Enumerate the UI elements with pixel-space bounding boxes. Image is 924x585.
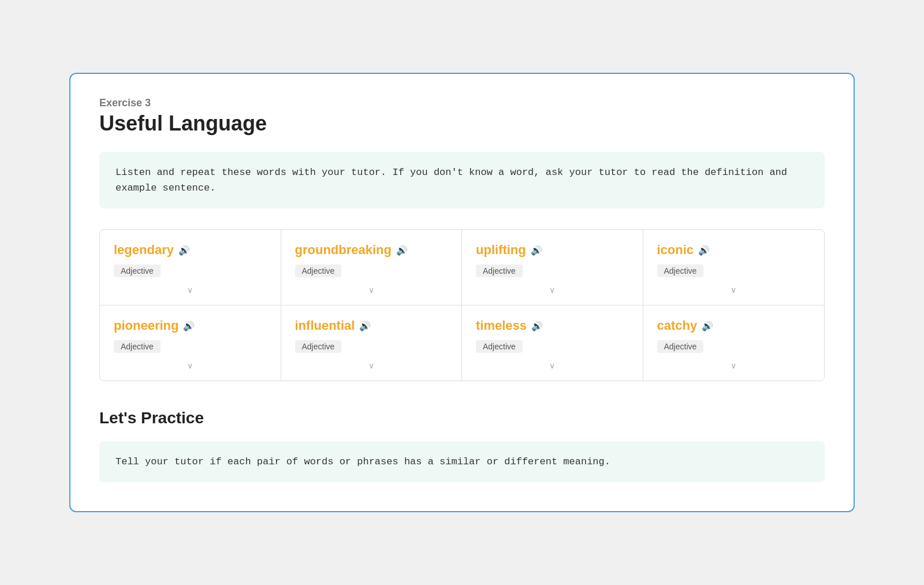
chevron-catchy[interactable]: ∨ xyxy=(657,361,811,370)
speaker-icon-pioneering[interactable]: 🔊 xyxy=(183,321,195,331)
tag-pioneering: Adjective xyxy=(114,340,161,353)
word-line-catchy: catchy 🔊 xyxy=(657,318,811,333)
exercise-title: Useful Language xyxy=(99,111,825,136)
vocab-row-2: pioneering 🔊 Adjective ∨ influential 🔊 A… xyxy=(100,305,824,381)
speaker-icon-timeless[interactable]: 🔊 xyxy=(531,321,543,331)
practice-title: Let's Practice xyxy=(99,409,825,427)
word-line-influential: influential 🔊 xyxy=(295,318,448,333)
word-uplifting: uplifting xyxy=(476,243,526,258)
speaker-icon-iconic[interactable]: 🔊 xyxy=(698,245,710,256)
vocab-cell-iconic: iconic 🔊 Adjective ∨ xyxy=(643,230,825,305)
tag-legendary: Adjective xyxy=(114,264,161,277)
word-line-timeless: timeless 🔊 xyxy=(476,318,629,333)
tag-influential: Adjective xyxy=(295,340,342,353)
vocab-cell-groundbreaking: groundbreaking 🔊 Adjective ∨ xyxy=(281,230,463,305)
word-line-groundbreaking: groundbreaking 🔊 xyxy=(295,243,448,258)
tag-iconic: Adjective xyxy=(657,264,704,277)
vocab-cell-timeless: timeless 🔊 Adjective ∨ xyxy=(462,305,643,381)
chevron-pioneering[interactable]: ∨ xyxy=(114,361,267,370)
speaker-icon-uplifting[interactable]: 🔊 xyxy=(531,245,542,256)
tag-timeless: Adjective xyxy=(476,340,523,353)
word-line-pioneering: pioneering 🔊 xyxy=(114,318,267,333)
word-line-iconic: iconic 🔊 xyxy=(657,243,811,258)
vocab-cell-catchy: catchy 🔊 Adjective ∨ xyxy=(643,305,825,381)
tag-groundbreaking: Adjective xyxy=(295,264,342,277)
main-container: Exercise 3 Useful Language Listen and re… xyxy=(69,73,855,513)
speaker-icon-groundbreaking[interactable]: 🔊 xyxy=(396,245,408,256)
chevron-iconic[interactable]: ∨ xyxy=(657,285,811,295)
word-catchy: catchy xyxy=(657,318,698,333)
chevron-influential[interactable]: ∨ xyxy=(295,361,448,370)
word-influential: influential xyxy=(295,318,355,333)
exercise-label: Exercise 3 xyxy=(99,97,825,109)
speaker-icon-catchy[interactable]: 🔊 xyxy=(702,321,713,331)
practice-instruction-box: Tell your tutor if each pair of words or… xyxy=(99,441,825,482)
speaker-icon-legendary[interactable]: 🔊 xyxy=(178,245,190,256)
speaker-icon-influential[interactable]: 🔊 xyxy=(359,321,371,331)
tag-catchy: Adjective xyxy=(657,340,704,353)
vocabulary-grid: legendary 🔊 Adjective ∨ groundbreaking 🔊… xyxy=(99,229,825,381)
practice-instruction-text: Tell your tutor if each pair of words or… xyxy=(116,454,808,470)
chevron-uplifting[interactable]: ∨ xyxy=(476,285,629,295)
vocab-row-1: legendary 🔊 Adjective ∨ groundbreaking 🔊… xyxy=(100,230,824,305)
chevron-groundbreaking[interactable]: ∨ xyxy=(295,285,448,295)
word-timeless: timeless xyxy=(476,318,527,333)
word-pioneering: pioneering xyxy=(114,318,178,333)
word-line-legendary: legendary 🔊 xyxy=(114,243,267,258)
chevron-legendary[interactable]: ∨ xyxy=(114,285,267,295)
vocab-cell-legendary: legendary 🔊 Adjective ∨ xyxy=(100,230,281,305)
instruction-box: Listen and repeat these words with your … xyxy=(99,152,825,208)
vocab-cell-influential: influential 🔊 Adjective ∨ xyxy=(281,305,463,381)
word-iconic: iconic xyxy=(657,243,694,258)
vocab-cell-uplifting: uplifting 🔊 Adjective ∨ xyxy=(462,230,643,305)
chevron-timeless[interactable]: ∨ xyxy=(476,361,629,370)
word-line-uplifting: uplifting 🔊 xyxy=(476,243,629,258)
instruction-text: Listen and repeat these words with your … xyxy=(116,165,808,196)
vocab-cell-pioneering: pioneering 🔊 Adjective ∨ xyxy=(100,305,281,381)
word-groundbreaking: groundbreaking xyxy=(295,243,392,258)
tag-uplifting: Adjective xyxy=(476,264,523,277)
word-legendary: legendary xyxy=(114,243,174,258)
